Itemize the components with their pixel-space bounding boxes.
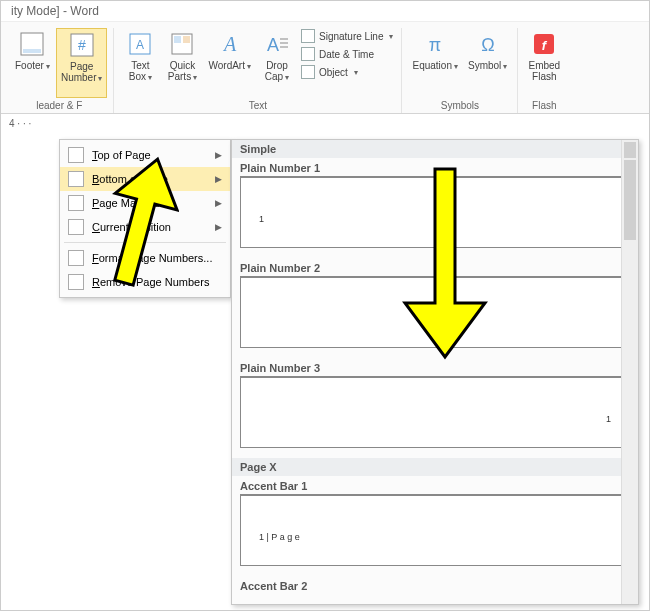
preview-text: 1 | P a g e (259, 532, 300, 542)
gallery-scroll[interactable]: Simple Plain Number 1 1 Plain Number 2 1… (232, 140, 638, 604)
chevron-down-icon: ▾ (247, 62, 251, 71)
menu-format-page-numbers[interactable]: Format Page Numbers... (60, 246, 230, 270)
ruler: 4 · · · (1, 114, 649, 133)
gallery-item-plain1[interactable]: 1 (240, 176, 630, 248)
chevron-right-icon: ▶ (215, 222, 222, 232)
embed-flash-button[interactable]: f Embed Flash (524, 28, 564, 98)
chevron-down-icon: ▾ (389, 32, 393, 41)
gallery-section-simple: Simple (232, 140, 638, 158)
chevron-down-icon: ▾ (148, 73, 152, 82)
gallery-item-plain2[interactable]: 1 (240, 276, 630, 348)
text-small-stack: Signature Line▾ Date & Time Object▾ (299, 28, 396, 98)
text-box-button[interactable]: A Text Box▾ (120, 28, 160, 98)
wordart-icon: A (216, 30, 244, 58)
gallery-item-title-plain3: Plain Number 3 (232, 358, 638, 376)
gallery-item-title-accent1: Accent Bar 1 (232, 476, 638, 494)
page-number-button[interactable]: # Page Number▾ (56, 28, 108, 98)
page-top-icon (68, 147, 84, 163)
wordart-label: WordArt▾ (208, 60, 251, 72)
menu-top-of-page[interactable]: TTop of Pageop of Page▶ (60, 143, 230, 167)
menu-current-position[interactable]: Current Position▶ (60, 215, 230, 239)
svg-text:Ω: Ω (481, 35, 494, 55)
chevron-down-icon: ▾ (454, 62, 458, 71)
chevron-right-icon: ▶ (215, 150, 222, 160)
group-flash: f Embed Flash Flash (518, 28, 570, 113)
preview-number: 1 (259, 214, 264, 224)
group-label-flash: Flash (532, 98, 556, 113)
menu-page-margins[interactable]: Page Margins▶ (60, 191, 230, 215)
svg-text:A: A (222, 33, 237, 55)
date-time-button[interactable]: Date & Time (299, 46, 396, 62)
equation-label: Equation▾ (412, 60, 457, 72)
date-time-icon (301, 47, 315, 61)
format-numbers-icon (68, 250, 84, 266)
chevron-down-icon: ▾ (503, 62, 507, 71)
chevron-right-icon: ▶ (215, 198, 222, 208)
gallery-item-title-plain1: Plain Number 1 (232, 158, 638, 176)
ribbon: Footer▾ # Page Number▾ leader & F A Text… (1, 22, 649, 114)
equation-button[interactable]: π Equation▾ (408, 28, 461, 98)
menu-separator (64, 242, 226, 243)
scroll-thumb[interactable] (624, 160, 636, 240)
menu-bottom-of-page[interactable]: Bottom of Page▶ (60, 167, 230, 191)
group-text: A Text Box▾ Quick Parts▾ A WordArt▾ A Dr… (114, 28, 402, 113)
drop-cap-button[interactable]: A Drop Cap▾ (257, 28, 297, 98)
signature-icon (301, 29, 315, 43)
chevron-down-icon: ▾ (354, 68, 358, 77)
gallery-scrollbar[interactable] (621, 140, 638, 604)
chevron-down-icon: ▾ (46, 62, 50, 71)
quick-parts-button[interactable]: Quick Parts▾ (162, 28, 202, 98)
signature-line-button[interactable]: Signature Line▾ (299, 28, 396, 44)
drop-cap-icon: A (263, 30, 291, 58)
wordart-button[interactable]: A WordArt▾ (204, 28, 255, 98)
page-bottom-icon (68, 171, 84, 187)
menu-remove-page-numbers[interactable]: Remove Page Numbers (60, 270, 230, 294)
gallery-item-plain3[interactable]: 1 (240, 376, 630, 448)
flash-icon: f (530, 30, 558, 58)
svg-text:A: A (136, 38, 144, 52)
group-header-footer: Footer▾ # Page Number▾ leader & F (5, 28, 114, 113)
page-number-label: Page Number▾ (61, 61, 103, 84)
svg-text:A: A (267, 35, 279, 55)
page-margins-icon (68, 195, 84, 211)
svg-rect-1 (23, 49, 41, 53)
footer-label: Footer▾ (15, 60, 50, 72)
symbol-label: Symbol▾ (468, 60, 507, 72)
text-box-icon: A (126, 30, 154, 58)
window-title: ity Mode] - Word (1, 1, 649, 22)
object-icon (301, 65, 315, 79)
symbol-button[interactable]: Ω Symbol▾ (464, 28, 511, 98)
text-box-label: Text Box▾ (129, 60, 152, 83)
footer-icon (18, 30, 46, 58)
svg-rect-7 (174, 36, 181, 43)
chevron-down-icon: ▾ (98, 74, 102, 83)
chevron-down-icon: ▾ (193, 73, 197, 82)
drop-cap-label: Drop Cap▾ (265, 60, 289, 83)
scroll-up-button[interactable] (624, 142, 636, 158)
equation-icon: π (421, 30, 449, 58)
symbol-icon: Ω (474, 30, 502, 58)
object-button[interactable]: Object▾ (299, 64, 396, 80)
gallery-item-title-accent2: Accent Bar 2 (232, 576, 638, 594)
quick-parts-label: Quick Parts▾ (168, 60, 197, 83)
group-label-header-footer: leader & F (36, 98, 82, 113)
page-number-icon: # (68, 31, 96, 59)
preview-number: 1 (606, 414, 611, 424)
embed-flash-label: Embed Flash (528, 60, 560, 82)
footer-button[interactable]: Footer▾ (11, 28, 54, 98)
svg-text:π: π (429, 35, 441, 55)
current-position-icon (68, 219, 84, 235)
page-number-gallery: Simple Plain Number 1 1 Plain Number 2 1… (231, 139, 639, 605)
gallery-item-accent1[interactable]: 1 | P a g e (240, 494, 630, 566)
group-symbols: π Equation▾ Ω Symbol▾ Symbols (402, 28, 518, 113)
chevron-right-icon: ▶ (215, 174, 222, 184)
chevron-down-icon: ▾ (285, 73, 289, 82)
quick-parts-icon (168, 30, 196, 58)
gallery-item-title-plain2: Plain Number 2 (232, 258, 638, 276)
preview-number: 1 (432, 314, 437, 324)
svg-rect-8 (183, 36, 190, 43)
gallery-section-pagex: Page X (232, 458, 638, 476)
group-label-text: Text (249, 98, 267, 113)
svg-text:#: # (78, 37, 86, 53)
group-label-symbols: Symbols (441, 98, 479, 113)
